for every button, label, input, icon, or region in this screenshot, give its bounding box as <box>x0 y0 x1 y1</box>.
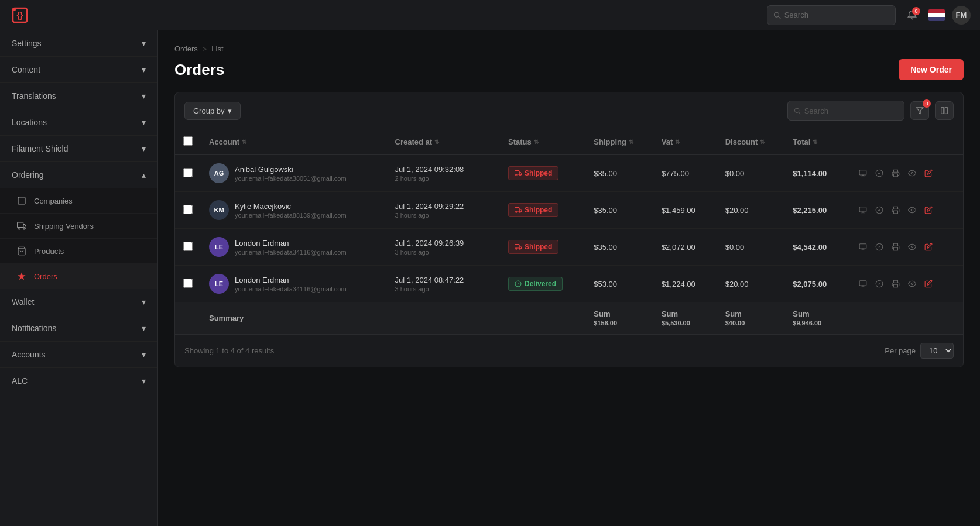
row-select-checkbox[interactable] <box>183 279 193 288</box>
edit-icon[interactable] <box>922 167 935 180</box>
svg-rect-9 <box>18 222 23 228</box>
summary-total-value: $9,946.00 <box>793 319 840 326</box>
row-select-checkbox[interactable] <box>183 168 193 177</box>
user-avatar[interactable]: FM <box>952 6 971 25</box>
svg-text:{}: {} <box>17 11 23 20</box>
date-relative: 3 hours ago <box>395 249 492 256</box>
search-icon <box>794 107 801 115</box>
svg-rect-16 <box>941 108 944 114</box>
per-page-select[interactable]: 10 25 50 <box>920 343 954 359</box>
orders-table: Account ⇅ Created at ⇅ S <box>175 129 963 334</box>
sort-icon: ⇅ <box>242 139 246 145</box>
summary-vat: Sum $5,530.00 <box>653 302 717 334</box>
download-icon[interactable] <box>856 204 869 216</box>
sidebar-item-products[interactable]: Products <box>0 239 157 264</box>
sidebar-item-settings[interactable]: Settings ▾ <box>0 30 157 57</box>
eye-icon[interactable] <box>906 167 919 180</box>
summary-row: Summary Sum $158.00 Sum $5,530.00 Sum $4… <box>175 302 963 334</box>
status-cell-1: Shipped <box>500 192 585 229</box>
table-search[interactable] <box>787 101 904 121</box>
breadcrumb-parent[interactable]: Orders <box>174 44 198 53</box>
discount-cell-3: $20.00 <box>717 266 785 302</box>
column-header-discount[interactable]: Discount ⇅ <box>717 129 785 155</box>
eye-icon[interactable] <box>906 277 919 290</box>
sort-icon: ⇅ <box>675 139 680 145</box>
sidebar-item-accounts[interactable]: Accounts ▾ <box>0 342 157 368</box>
circle-check-icon[interactable] <box>873 277 886 290</box>
sidebar-item-locations[interactable]: Locations ▾ <box>0 109 157 136</box>
date-main: Jul 1, 2024 09:26:39 <box>395 239 492 247</box>
row-checkbox-cell <box>175 266 201 302</box>
column-header-shipping[interactable]: Shipping ⇅ <box>585 129 653 155</box>
search-input[interactable] <box>784 11 889 19</box>
chevron-down-icon: ▾ <box>142 39 146 48</box>
edit-icon[interactable] <box>922 240 935 253</box>
column-header-total[interactable]: Total ⇅ <box>784 129 848 155</box>
filter-icon <box>916 106 924 115</box>
breadcrumb-separator: > <box>203 44 207 53</box>
summary-discount-label: Sum <box>725 310 777 318</box>
circle-check-icon[interactable] <box>873 204 886 216</box>
svg-rect-43 <box>859 281 866 286</box>
status-badge: Shipped <box>508 166 558 180</box>
created-cell-3: Jul 1, 2024 08:47:22 3 hours ago <box>387 266 500 302</box>
svg-rect-32 <box>894 211 898 214</box>
print-icon[interactable] <box>889 204 902 216</box>
account-avatar: LE <box>209 274 229 294</box>
sort-icon: ⇅ <box>434 139 439 145</box>
search-icon <box>773 11 781 19</box>
breadcrumb-current: List <box>211 44 223 53</box>
svg-rect-24 <box>894 174 898 177</box>
eye-icon[interactable] <box>906 204 919 216</box>
print-icon[interactable] <box>889 277 902 290</box>
new-order-button[interactable]: New Order <box>899 59 964 80</box>
sort-icon: ⇅ <box>760 139 765 145</box>
eye-icon[interactable] <box>906 240 919 253</box>
chevron-down-icon: ▾ <box>142 144 146 153</box>
print-icon[interactable] <box>889 167 902 180</box>
sidebar-item-filament-shield[interactable]: Filament Shield ▾ <box>0 136 157 162</box>
row-select-checkbox[interactable] <box>183 242 193 251</box>
download-icon[interactable] <box>856 240 869 253</box>
download-icon[interactable] <box>856 277 869 290</box>
sidebar-item-translations[interactable]: Translations ▾ <box>0 83 157 109</box>
select-all-checkbox[interactable] <box>183 136 193 146</box>
sidebar-item-ordering[interactable]: Ordering ▴ <box>0 162 157 188</box>
table-search-input[interactable] <box>804 106 898 115</box>
building-icon <box>16 195 27 206</box>
column-header-account[interactable]: Account ⇅ <box>201 129 387 155</box>
sidebar-item-alc[interactable]: ALC ▾ <box>0 368 157 394</box>
group-by-button[interactable]: Group by ▾ <box>184 102 241 120</box>
column-header-created[interactable]: Created at ⇅ <box>387 129 500 155</box>
column-header-status[interactable]: Status ⇅ <box>500 129 585 155</box>
logo[interactable]: {} <box>9 5 30 26</box>
print-icon[interactable] <box>889 240 902 253</box>
row-select-checkbox[interactable] <box>183 205 193 214</box>
sidebar-item-wallet[interactable]: Wallet ▾ <box>0 289 157 315</box>
edit-icon[interactable] <box>922 204 935 216</box>
svg-rect-37 <box>859 244 866 249</box>
sidebar-item-notifications[interactable]: Notifications ▾ <box>0 315 157 342</box>
filter-button[interactable]: 0 <box>910 101 929 120</box>
language-flag[interactable] <box>928 9 945 21</box>
columns-button[interactable] <box>935 101 954 120</box>
circle-check-icon[interactable] <box>873 167 886 180</box>
date-relative: 2 hours ago <box>395 175 492 182</box>
sidebar-item-companies[interactable]: Companies <box>0 188 157 214</box>
notification-button[interactable]: 0 <box>903 6 921 25</box>
chevron-down-icon: ▾ <box>142 65 146 74</box>
summary-shipping: Sum $158.00 <box>585 302 653 334</box>
sidebar-item-content[interactable]: Content ▾ <box>0 57 157 83</box>
created-cell-0: Jul 1, 2024 09:32:08 2 hours ago <box>387 155 500 192</box>
download-icon[interactable] <box>856 167 869 180</box>
sidebar-item-orders[interactable]: Orders <box>0 264 157 289</box>
sidebar-item-shipping-vendors[interactable]: Shipping Vendors <box>0 214 157 239</box>
svg-point-27 <box>515 211 517 213</box>
circle-check-icon[interactable] <box>873 240 886 253</box>
edit-icon[interactable] <box>922 277 935 290</box>
column-header-vat[interactable]: Vat ⇅ <box>653 129 717 155</box>
svg-rect-40 <box>894 247 898 250</box>
created-cell-2: Jul 1, 2024 09:26:39 3 hours ago <box>387 229 500 266</box>
topbar-search[interactable] <box>767 5 896 25</box>
status-cell-3: Delivered <box>500 266 585 302</box>
